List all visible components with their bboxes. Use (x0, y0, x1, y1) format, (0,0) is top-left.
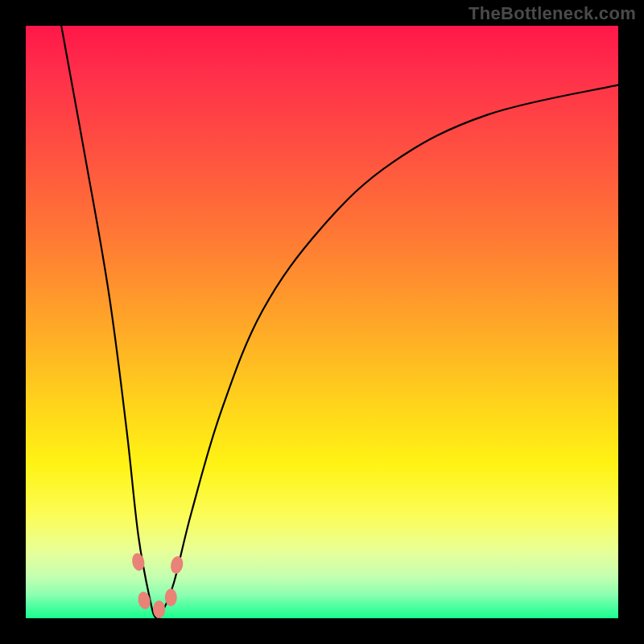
plot-area (26, 26, 618, 618)
highlight-dot (137, 591, 152, 611)
bottleneck-curve (61, 26, 618, 619)
marker-group (130, 552, 184, 618)
highlight-dot (165, 588, 177, 606)
highlight-dot (169, 555, 184, 575)
curve-layer (26, 26, 618, 618)
chart-frame: TheBottleneck.com (0, 0, 644, 644)
highlight-dot (153, 601, 165, 618)
watermark-text: TheBottleneck.com (469, 3, 636, 24)
